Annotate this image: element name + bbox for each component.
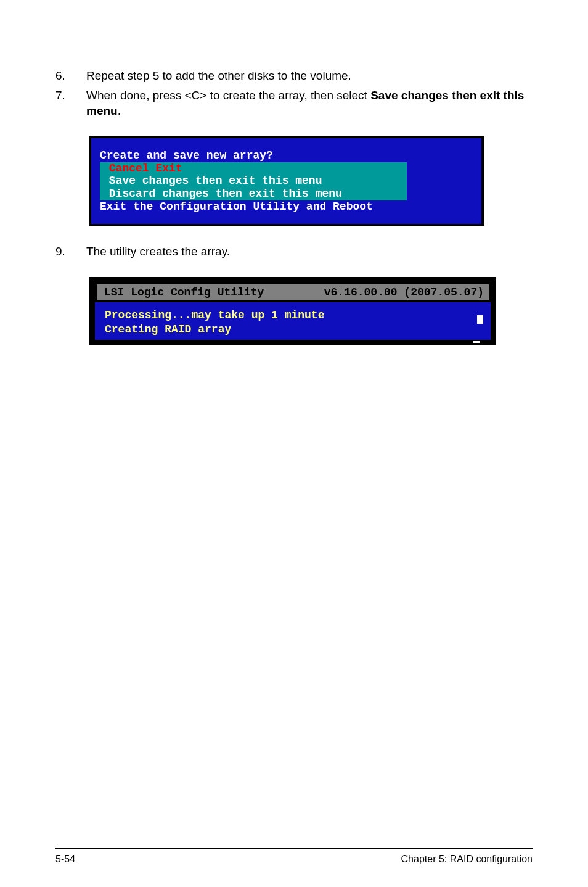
bios1-discard-row: Discard changes then exit this menu — [100, 188, 473, 200]
step-6-text: Repeat step 5 to add the other disks to … — [86, 68, 533, 84]
footer-page-number: 5-54 — [55, 854, 75, 865]
step-7-suffix: . — [118, 104, 121, 117]
step-9-row: 9. The utility creates the array. — [55, 244, 533, 260]
footer-row: 5-54 Chapter 5: RAID configuration — [55, 854, 533, 865]
bios2-header-bar: LSI Logic Config Utility v6.16.00.00 (20… — [95, 283, 491, 302]
bios1-exit-line: Exit the Configuration Utility and Reboo… — [100, 200, 473, 213]
document-page: 6. Repeat step 5 to add the other disks … — [0, 0, 588, 887]
bios2-body: Processing...may take up 1 minute Creati… — [95, 302, 491, 340]
bios1-title: Create and save new array? — [100, 149, 473, 162]
footer-chapter-label: Chapter 5: RAID configuration — [401, 854, 533, 865]
bios1-cancel-row: Cancel Exit — [100, 162, 473, 175]
bios2-decor-icon — [473, 341, 480, 343]
bios1-discard-item[interactable]: Discard changes then exit this menu — [100, 188, 407, 200]
bios2-cursor-icon — [477, 315, 483, 324]
bios-save-menu-box: Create and save new array? Cancel Exit S… — [89, 136, 484, 226]
instructions-block-b: 9. The utility creates the array. — [55, 244, 533, 260]
footer-separator — [55, 848, 533, 849]
step-9-number: 9. — [55, 244, 86, 260]
step-6-number: 6. — [55, 68, 86, 84]
bios1-cancel-item[interactable]: Cancel Exit — [100, 162, 407, 175]
bios1-save-item[interactable]: Save changes then exit this menu — [100, 175, 407, 188]
bios-progress-box: LSI Logic Config Utility v6.16.00.00 (20… — [89, 277, 496, 345]
step-7-prefix: When done, press <C> to create the array… — [86, 89, 370, 102]
step-7-row: 7. When done, press <C> to create the ar… — [55, 88, 533, 119]
step-9-text: The utility creates the array. — [86, 244, 533, 260]
step-7-text: When done, press <C> to create the array… — [86, 88, 533, 119]
bios2-line-2: Creating RAID array — [105, 323, 483, 337]
bios2-line-1: Processing...may take up 1 minute — [105, 308, 483, 323]
bios2-header-right: v6.16.00.00 (2007.05.07) — [324, 286, 484, 299]
instructions-block-a: 6. Repeat step 5 to add the other disks … — [55, 68, 533, 119]
bios1-save-row: Save changes then exit this menu — [100, 175, 473, 188]
bios2-bottom-strip — [95, 340, 491, 344]
step-7-number: 7. — [55, 88, 86, 104]
bios2-header-left: LSI Logic Config Utility — [104, 286, 264, 299]
step-6-row: 6. Repeat step 5 to add the other disks … — [55, 68, 533, 84]
